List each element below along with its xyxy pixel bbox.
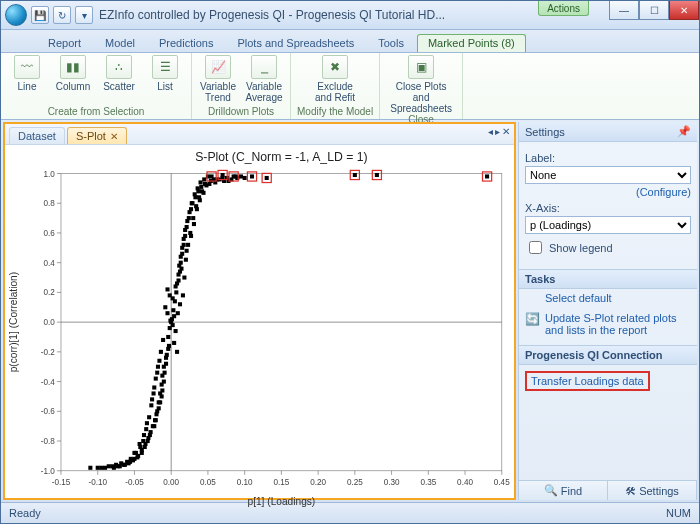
- task-update-splot[interactable]: 🔄Update S-Plot related plots and lists i…: [519, 309, 697, 339]
- btn-scatter[interactable]: ∴Scatter: [99, 55, 139, 92]
- ribbon-tab-report[interactable]: Report: [37, 34, 92, 52]
- btn-line[interactable]: 〰Line: [7, 55, 47, 92]
- doc-tab-dataset[interactable]: Dataset: [9, 127, 65, 144]
- title-bar: 💾 ↻ ▾ EZInfo controlled by Progenesis QI…: [1, 1, 699, 30]
- svg-text:-0.10: -0.10: [88, 478, 107, 487]
- find-icon: 🔍: [544, 484, 558, 497]
- svg-rect-172: [162, 365, 166, 369]
- s-plot-chart: -0.15-0.10-0.050.000.050.100.150.200.250…: [5, 145, 514, 511]
- svg-text:-0.15: -0.15: [52, 478, 71, 487]
- qat-dropdown-icon[interactable]: ▾: [75, 6, 93, 24]
- svg-rect-216: [353, 173, 357, 177]
- qat-refresh-icon[interactable]: ↻: [53, 6, 71, 24]
- svg-rect-182: [154, 418, 158, 422]
- svg-rect-129: [243, 176, 247, 180]
- svg-rect-56: [171, 308, 175, 312]
- svg-rect-186: [193, 195, 197, 199]
- svg-rect-205: [99, 466, 103, 470]
- btn-close-plots[interactable]: ▣Close Plots and Spreadsheets: [386, 55, 456, 114]
- btn-exclude-refit[interactable]: ✖Exclude and Refit: [310, 55, 360, 103]
- svg-text:-0.8: -0.8: [41, 437, 55, 446]
- nav-close-icon[interactable]: ✕: [502, 126, 510, 137]
- btn-list[interactable]: ☰List: [145, 55, 185, 92]
- svg-rect-197: [131, 458, 135, 462]
- xaxis-label: X-Axis:: [525, 202, 691, 214]
- btn-var-trend[interactable]: 📈Variable Trend: [198, 55, 238, 103]
- xaxis-select[interactable]: p (Loadings): [525, 216, 691, 234]
- svg-rect-193: [203, 182, 207, 186]
- svg-rect-180: [157, 400, 161, 404]
- minimize-button[interactable]: —: [609, 1, 639, 20]
- svg-rect-173: [160, 374, 164, 378]
- svg-rect-133: [107, 464, 111, 468]
- doc-tab-splot[interactable]: S-Plot✕: [67, 127, 127, 144]
- refresh-icon: 🔄: [525, 312, 539, 326]
- svg-text:0.8: 0.8: [44, 199, 56, 208]
- plot-area[interactable]: -0.15-0.10-0.050.000.050.100.150.200.250…: [5, 145, 514, 498]
- close-tab-icon[interactable]: ✕: [110, 131, 118, 142]
- pin-icon[interactable]: 📌: [677, 125, 691, 138]
- task-select-default[interactable]: Select default: [519, 289, 697, 309]
- btn-column[interactable]: ▮▮Column: [53, 55, 93, 92]
- svg-text:-0.05: -0.05: [125, 478, 144, 487]
- svg-rect-203: [116, 464, 120, 468]
- nav-prev-icon[interactable]: ◂: [488, 126, 493, 137]
- line-chart-icon: 〰: [14, 55, 40, 79]
- transfer-loadings-link[interactable]: Transfer Loadings data: [525, 371, 650, 391]
- svg-rect-86: [199, 180, 203, 184]
- svg-text:0.4: 0.4: [44, 259, 56, 268]
- ribbon-tab-tools[interactable]: Tools: [367, 34, 415, 52]
- ribbon-tab-plots[interactable]: Plots and Spreadsheets: [226, 34, 365, 52]
- nav-next-icon[interactable]: ▸: [495, 126, 500, 137]
- maximize-button[interactable]: ☐: [639, 1, 669, 20]
- tasks-header: Tasks: [519, 269, 697, 289]
- ribbon-group-create: 〰Line ▮▮Column ∴Scatter ☰List Create fro…: [1, 53, 192, 119]
- ribbon-tab-model[interactable]: Model: [94, 34, 146, 52]
- footer-tab-find[interactable]: 🔍Find: [519, 481, 608, 500]
- svg-rect-190: [143, 445, 147, 449]
- ribbon-tab-predictions[interactable]: Predictions: [148, 34, 224, 52]
- ribbon-group-drilldown: 📈Variable Trend ⎯Variable Average Drilld…: [192, 53, 291, 119]
- svg-rect-151: [150, 397, 154, 401]
- svg-text:0.40: 0.40: [457, 478, 473, 487]
- ribbon-group-label: Create from Selection: [48, 106, 145, 117]
- connection-header: Progenesis QI Connection: [519, 345, 697, 365]
- svg-rect-143: [169, 320, 173, 324]
- svg-rect-60: [174, 290, 178, 294]
- footer-tab-settings[interactable]: 🛠Settings: [608, 481, 697, 500]
- svg-text:0.35: 0.35: [420, 478, 436, 487]
- ribbon-group-modify: ✖Exclude and Refit Modify the Model: [291, 53, 380, 119]
- svg-rect-111: [186, 243, 190, 247]
- svg-text:0.30: 0.30: [384, 478, 400, 487]
- svg-text:-0.6: -0.6: [41, 407, 55, 416]
- quick-access-toolbar: 💾 ↻ ▾: [31, 6, 93, 24]
- btn-var-avg[interactable]: ⎯Variable Average: [244, 55, 284, 103]
- close-button[interactable]: ✕: [669, 1, 699, 20]
- svg-rect-189: [146, 439, 150, 443]
- svg-rect-218: [375, 173, 379, 177]
- svg-rect-165: [165, 287, 169, 291]
- label-label: Label:: [525, 152, 691, 164]
- app-orb-icon[interactable]: [5, 4, 27, 26]
- label-select[interactable]: None: [525, 166, 691, 184]
- svg-rect-157: [142, 433, 146, 437]
- show-legend-checkbox[interactable]: [529, 241, 542, 254]
- svg-text:-0.4: -0.4: [41, 378, 55, 387]
- list-icon: ☰: [152, 55, 178, 79]
- qat-save-icon[interactable]: 💾: [31, 6, 49, 24]
- ribbon: 〰Line ▮▮Column ∴Scatter ☰List Create fro…: [1, 53, 699, 120]
- svg-rect-192: [199, 185, 203, 189]
- ribbon-tab-marked-points[interactable]: Marked Points (8): [417, 34, 526, 52]
- configure-link[interactable]: (Configure): [525, 186, 691, 198]
- svg-text:0.05: 0.05: [200, 478, 216, 487]
- average-icon: ⎯: [251, 55, 277, 79]
- svg-rect-154: [201, 191, 205, 195]
- svg-rect-163: [166, 347, 170, 351]
- svg-rect-100: [239, 174, 243, 178]
- svg-text:p(corr)[1] (Correlation): p(corr)[1] (Correlation): [8, 272, 19, 372]
- svg-text:0.20: 0.20: [310, 478, 326, 487]
- plot-pane: Dataset S-Plot✕ ◂ ▸ ✕ -0.15-0.10-0.050.0…: [3, 122, 516, 500]
- svg-rect-152: [195, 207, 199, 211]
- svg-rect-204: [110, 464, 114, 468]
- svg-rect-140: [165, 311, 169, 315]
